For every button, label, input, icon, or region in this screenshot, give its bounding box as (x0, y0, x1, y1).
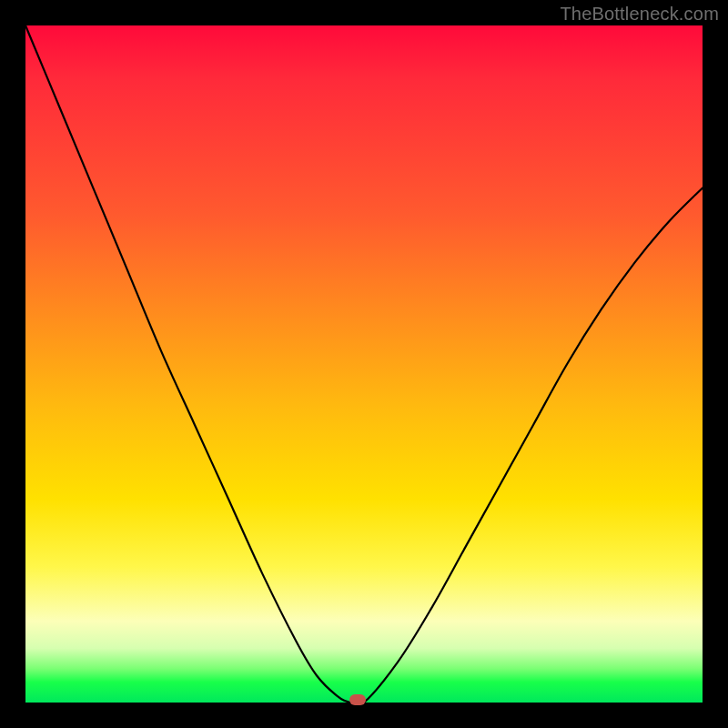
optimal-point-marker (349, 694, 366, 705)
chart-frame: TheBottleneck.com (0, 0, 728, 728)
plot-area (25, 25, 703, 703)
watermark-text: TheBottleneck.com (560, 4, 719, 25)
bottleneck-curve (25, 25, 703, 703)
